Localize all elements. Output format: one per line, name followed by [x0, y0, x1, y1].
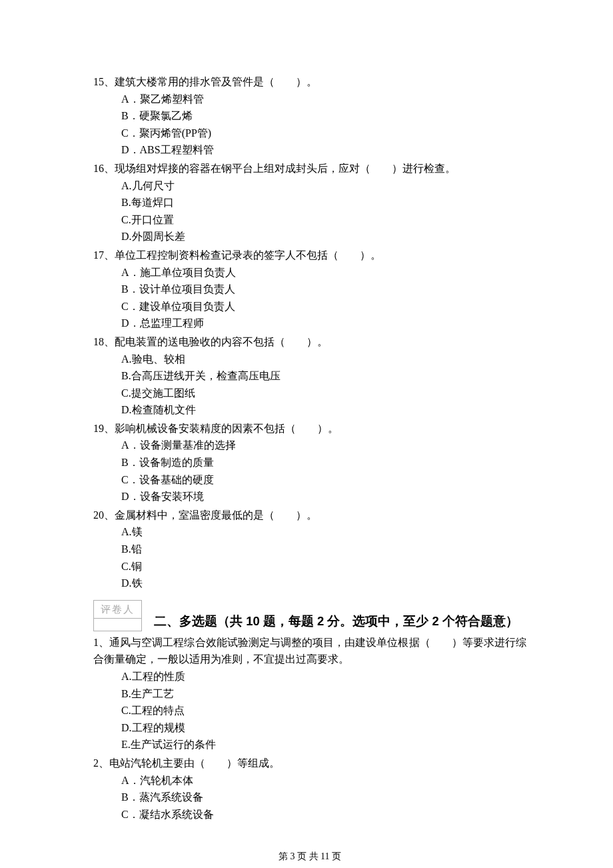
- option-d: D.铁: [121, 575, 526, 592]
- q-stem: 电站汽轮机主要由（ ）等组成。: [109, 757, 280, 769]
- option-c: C.提交施工图纸: [121, 385, 526, 402]
- option-a: A.验电、较相: [121, 351, 526, 368]
- page-content: 15、建筑大楼常用的排水管及管件是（ ）。 A．聚乙烯塑料管 B．硬聚氯乙烯 C…: [0, 0, 613, 868]
- grader-box: 评卷人: [93, 600, 142, 631]
- option-c: C．设备基础的硬度: [121, 471, 526, 489]
- option-b: B．硬聚氯乙烯: [121, 107, 526, 125]
- options: A.验电、较相 B.合高压进线开关，检查高压电压 C.提交施工图纸 D.检查随机…: [93, 351, 526, 419]
- grader-label: 评卷人: [93, 600, 142, 619]
- option-c: C．聚丙烯管(PP管): [121, 125, 526, 142]
- q-stem: 影响机械设备安装精度的因素不包括（ ）。: [115, 423, 338, 434]
- option-b: B．蒸汽系统设备: [121, 789, 526, 806]
- q-num: 19、: [93, 423, 115, 434]
- options: A.镁 B.铅 C.铜 D.铁: [93, 523, 526, 591]
- question-20: 20、金属材料中，室温密度最低的是（ ）。 A.镁 B.铅 C.铜 D.铁: [93, 507, 526, 592]
- grader-empty-cell: [93, 619, 142, 631]
- q-num: 16、: [93, 163, 115, 174]
- option-c: C．凝结水系统设备: [121, 806, 526, 823]
- multi-question-2: 2、电站汽轮机主要由（ ）等组成。 A．汽轮机本体 B．蒸汽系统设备 C．凝结水…: [93, 755, 526, 823]
- option-a: A.工程的性质: [121, 668, 526, 685]
- q-stem: 单位工程控制资料检查记录表的签字人不包括（ ）。: [115, 249, 381, 261]
- section-2-title: 二、多选题（共 10 题，每题 2 分。选项中，至少 2 个符合题意）: [154, 611, 518, 631]
- q-num: 18、: [93, 336, 115, 347]
- question-text: 18、配电装置的送电验收的内容不包括（ ）。: [93, 333, 526, 351]
- option-b: B．设备制造的质量: [121, 454, 526, 471]
- option-a: A.几何尺寸: [121, 177, 526, 195]
- question-17: 17、单位工程控制资料检查记录表的签字人不包括（ ）。 A．施工单位项目负责人 …: [93, 247, 526, 332]
- options: A．聚乙烯塑料管 B．硬聚氯乙烯 C．聚丙烯管(PP管) D．ABS工程塑料管: [93, 91, 526, 159]
- question-text: 1、通风与空调工程综合效能试验测定与调整的项目，由建设单位根据（ ）等要求进行综…: [93, 634, 526, 668]
- option-a: A．汽轮机本体: [121, 772, 526, 789]
- q-num: 17、: [93, 249, 115, 261]
- q-num: 2、: [93, 757, 109, 769]
- q-num: 1、: [93, 637, 109, 648]
- q-num: 15、: [93, 76, 115, 87]
- q-stem: 现场组对焊接的容器在钢平台上组对成封头后，应对（ ）进行检查。: [115, 163, 456, 174]
- question-text: 19、影响机械设备安装精度的因素不包括（ ）。: [93, 420, 526, 437]
- options: A．施工单位项目负责人 B．设计单位项目负责人 C．建设单位项目负责人 D．总监…: [93, 264, 526, 332]
- option-c: C．建设单位项目负责人: [121, 298, 526, 315]
- option-a: A．施工单位项目负责人: [121, 264, 526, 281]
- option-d: D．设备安装环境: [121, 488, 526, 505]
- option-d: D.外圆周长差: [121, 228, 526, 245]
- question-15: 15、建筑大楼常用的排水管及管件是（ ）。 A．聚乙烯塑料管 B．硬聚氯乙烯 C…: [93, 73, 526, 159]
- option-b: B.每道焊口: [121, 194, 526, 211]
- option-d: D.工程的规模: [121, 719, 526, 737]
- options: A．汽轮机本体 B．蒸汽系统设备 C．凝结水系统设备: [93, 772, 526, 823]
- option-d: D.检查随机文件: [121, 401, 526, 419]
- option-c: C.工程的特点: [121, 702, 526, 719]
- option-d: D．ABS工程塑料管: [121, 141, 526, 159]
- page-footer: 第 3 页 共 11 页: [93, 849, 526, 864]
- question-text: 20、金属材料中，室温密度最低的是（ ）。: [93, 507, 526, 524]
- q-num: 20、: [93, 509, 115, 521]
- question-16: 16、现场组对焊接的容器在钢平台上组对成封头后，应对（ ）进行检查。 A.几何尺…: [93, 160, 526, 245]
- option-a: A．设备测量基准的选择: [121, 437, 526, 454]
- option-b: B.生产工艺: [121, 685, 526, 703]
- option-a: A.镁: [121, 523, 526, 541]
- multi-question-1: 1、通风与空调工程综合效能试验测定与调整的项目，由建设单位根据（ ）等要求进行综…: [93, 634, 526, 753]
- question-19: 19、影响机械设备安装精度的因素不包括（ ）。 A．设备测量基准的选择 B．设备…: [93, 420, 526, 505]
- q-stem: 配电装置的送电验收的内容不包括（ ）。: [115, 336, 328, 347]
- option-c: C.开口位置: [121, 211, 526, 229]
- options: A.几何尺寸 B.每道焊口 C.开口位置 D.外圆周长差: [93, 177, 526, 245]
- section-header-row: 评卷人 二、多选题（共 10 题，每题 2 分。选项中，至少 2 个符合题意）: [93, 596, 526, 631]
- question-text: 17、单位工程控制资料检查记录表的签字人不包括（ ）。: [93, 247, 526, 264]
- option-d: D．总监理工程师: [121, 315, 526, 332]
- option-e: E.生产试运行的条件: [121, 736, 526, 753]
- question-18: 18、配电装置的送电验收的内容不包括（ ）。 A.验电、较相 B.合高压进线开关…: [93, 333, 526, 419]
- option-c: C.铜: [121, 558, 526, 575]
- options: A．设备测量基准的选择 B．设备制造的质量 C．设备基础的硬度 D．设备安装环境: [93, 437, 526, 505]
- question-text: 15、建筑大楼常用的排水管及管件是（ ）。: [93, 73, 526, 91]
- q-stem: 金属材料中，室温密度最低的是（ ）。: [115, 509, 317, 521]
- option-a: A．聚乙烯塑料管: [121, 91, 526, 108]
- option-b: B．设计单位项目负责人: [121, 281, 526, 298]
- question-text: 16、现场组对焊接的容器在钢平台上组对成封头后，应对（ ）进行检查。: [93, 160, 526, 177]
- option-b: B.合高压进线开关，检查高压电压: [121, 367, 526, 385]
- option-b: B.铅: [121, 541, 526, 558]
- options: A.工程的性质 B.生产工艺 C.工程的特点 D.工程的规模 E.生产试运行的条…: [93, 668, 526, 753]
- q-stem: 建筑大楼常用的排水管及管件是（ ）。: [115, 76, 317, 87]
- q-stem: 通风与空调工程综合效能试验测定与调整的项目，由建设单位根据（ ）等要求进行综合衡…: [93, 637, 526, 665]
- question-text: 2、电站汽轮机主要由（ ）等组成。: [93, 755, 526, 772]
